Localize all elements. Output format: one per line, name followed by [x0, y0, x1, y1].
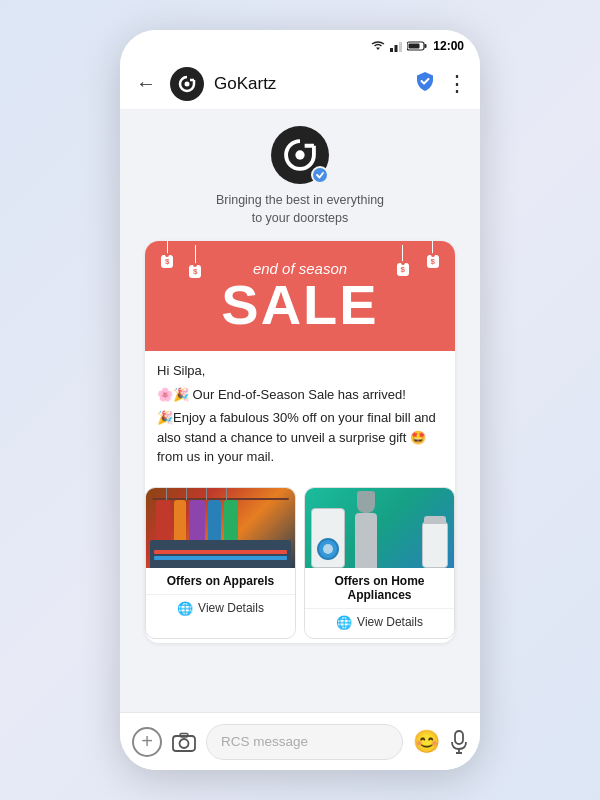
bot-profile: Bringing the best in everything to your …	[216, 126, 384, 227]
logo-icon	[176, 73, 198, 95]
message-bubble: $ $ $ $ end of season SALE H	[145, 241, 455, 643]
app-logo	[170, 67, 204, 101]
input-placeholder: RCS message	[221, 734, 308, 749]
message-text: Hi Silpa, 🌸🎉 Our End-of-Season Sale has …	[145, 351, 455, 479]
appliance-btn-label: View Details	[357, 615, 423, 629]
add-button[interactable]: +	[132, 727, 162, 757]
emoji-button[interactable]: 😊	[413, 729, 440, 755]
apparel-card-title: Offers on Apparels	[146, 568, 295, 590]
time-display: 12:00	[433, 39, 464, 53]
chat-area: Bringing the best in everything to your …	[120, 110, 480, 712]
apparel-btn-label: View Details	[198, 601, 264, 615]
appliance-card-title: Offers on Home Appliances	[305, 568, 454, 604]
more-options-button[interactable]: ⋮	[446, 71, 468, 97]
price-tag-2: $	[189, 245, 201, 278]
signal-icons	[371, 40, 427, 52]
svg-point-8	[185, 81, 190, 86]
apparel-card: Offers on Apparels 🌐 View Details	[145, 487, 296, 639]
greeting-text: Hi Silpa,	[157, 361, 443, 381]
battery-icon	[407, 40, 427, 52]
verify-icon	[414, 70, 436, 97]
appliance-card: Offers on Home Appliances 🌐 View Details	[304, 487, 455, 639]
check-icon	[315, 170, 325, 180]
apparel-image	[146, 488, 295, 568]
sale-main-text: SALE	[221, 277, 378, 333]
cards-row: Offers on Apparels 🌐 View Details	[145, 487, 455, 643]
input-bar: + RCS message 😊	[120, 712, 480, 770]
appliance-image	[305, 488, 454, 568]
mic-icon	[450, 730, 468, 754]
globe-icon-apparel: 🌐	[177, 601, 193, 616]
verified-badge	[311, 166, 329, 184]
bot-tagline: Bringing the best in everything to your …	[216, 192, 384, 227]
globe-icon-appliance: 🌐	[336, 615, 352, 630]
bot-logo-icon	[283, 138, 317, 172]
svg-rect-5	[425, 44, 427, 48]
wifi-icon	[371, 40, 385, 52]
shield-check-icon	[414, 70, 436, 92]
svg-rect-3	[399, 42, 402, 52]
price-tag-4: $	[397, 245, 409, 276]
apparel-view-details-button[interactable]: 🌐 View Details	[146, 594, 295, 624]
price-tag-3: $	[427, 241, 439, 268]
appliance-view-details-button[interactable]: 🌐 View Details	[305, 608, 454, 638]
back-button[interactable]: ←	[132, 68, 160, 99]
svg-rect-2	[395, 45, 398, 52]
svg-rect-17	[455, 731, 463, 744]
svg-rect-1	[390, 48, 393, 52]
price-tag-1: $	[161, 241, 173, 268]
nav-bar: ← GoKartz ⋮	[120, 58, 480, 110]
signal-icon	[389, 40, 403, 52]
message-input[interactable]: RCS message	[206, 724, 403, 760]
svg-rect-6	[409, 44, 420, 49]
svg-marker-0	[376, 48, 380, 51]
svg-point-11	[295, 150, 304, 159]
bot-avatar-wrap	[271, 126, 329, 184]
chat-title: GoKartz	[214, 74, 404, 94]
sale-banner: $ $ $ $ end of season SALE	[145, 241, 455, 351]
message-line1: 🌸🎉 Our End-of-Season Sale has arrived!	[157, 385, 443, 405]
camera-icon	[172, 732, 196, 752]
status-bar: 12:00	[120, 30, 480, 58]
message-line2: 🎉Enjoy a fabulous 30% off on your final …	[157, 408, 443, 467]
svg-point-15	[180, 739, 189, 748]
mic-button[interactable]	[450, 730, 468, 754]
camera-button[interactable]	[172, 732, 196, 752]
phone-frame: 12:00 ← GoKartz ⋮	[120, 30, 480, 770]
